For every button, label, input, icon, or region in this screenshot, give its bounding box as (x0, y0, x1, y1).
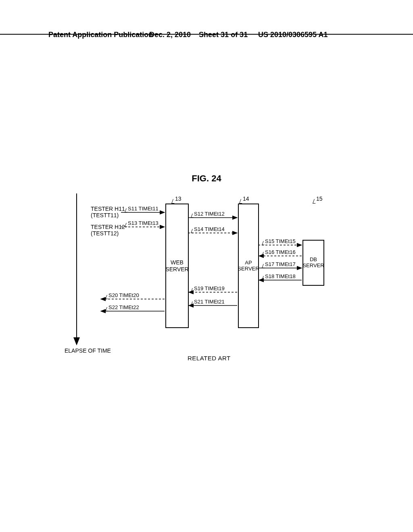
header-sheet: Sheet 31 of 31 (199, 31, 248, 39)
msg-s20: S20 TIMEt20 (108, 292, 139, 298)
elapse-of-time-label: ELAPSE OF TIME (65, 347, 111, 354)
header-publication: Patent Application Publication (48, 31, 153, 39)
page: Patent Application Publication Dec. 2, 2… (0, 0, 413, 532)
msg-s16: S16 TIMEt16 (265, 249, 296, 255)
msg-s15: S15 TIMEt15 (265, 238, 296, 244)
header-pubnum: US 2010/0306595 A1 (258, 31, 327, 39)
msg-s13: S13 TIMEt13 (128, 220, 159, 226)
msg-s18: S18 TIMEt18 (265, 273, 296, 279)
msg-s12: S12 TIMEt12 (194, 211, 225, 217)
related-art-label: RELATED ART (188, 355, 231, 362)
header-date: Dec. 2, 2010 (149, 31, 191, 39)
msg-s19: S19 TIMEt19 (194, 285, 225, 291)
header-date-sheet: Dec. 2, 2010 Sheet 31 of 31 (149, 31, 248, 39)
page-header: Patent Application Publication Dec. 2, 2… (0, 32, 413, 35)
msg-s11: S11 TIMEt11 (128, 206, 159, 212)
msg-s14: S14 TIMEt14 (194, 226, 225, 232)
msg-s21: S21 TIMEt21 (194, 299, 225, 305)
msg-s22: S22 TIMEt22 (108, 304, 139, 310)
msg-s17: S17 TIMEt17 (265, 261, 296, 267)
figure-title: FIG. 24 (192, 173, 221, 184)
sequence-diagram: ELAPSE OF TIME RELATED ART 13 14 15 WEB … (75, 193, 345, 363)
